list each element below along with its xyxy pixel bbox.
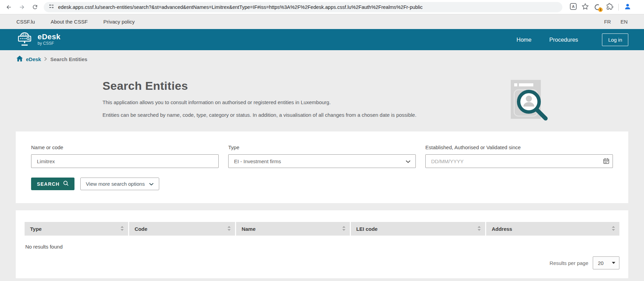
utility-link-privacy[interactable]: Privacy policy <box>104 19 135 25</box>
reload-icon[interactable] <box>31 3 39 11</box>
chevron-down-icon <box>149 181 154 187</box>
search-button[interactable]: SEARCH <box>31 178 74 190</box>
search-button-label: SEARCH <box>37 181 59 187</box>
breadcrumb-edesk-link[interactable]: eDesk <box>26 56 41 62</box>
svg-text:A: A <box>572 4 575 9</box>
login-button[interactable]: Log in <box>602 33 628 46</box>
back-icon[interactable] <box>5 3 13 11</box>
search-form-card: Name or code Type EI - Investment firms … <box>16 131 628 203</box>
logo-subtitle: by CSSF <box>38 41 60 46</box>
app-header: eDesk by CSSF Home Procedures Log in <box>0 29 644 50</box>
site-info-icon[interactable] <box>49 3 54 11</box>
type-select-value: EI - Investment firms <box>234 158 281 164</box>
sort-icon <box>612 226 615 232</box>
sort-icon <box>121 226 124 232</box>
results-per-page-select[interactable]: 20 <box>593 256 619 269</box>
url-text: edesk.apps.cssf.lu/search-entities/searc… <box>58 4 423 10</box>
type-select[interactable]: EI - Investment firms <box>228 154 416 168</box>
nav-procedures[interactable]: Procedures <box>549 37 578 43</box>
search-icon <box>63 181 69 187</box>
results-table-header: Type Code Name LEI code Address <box>25 222 619 236</box>
date-since-label: Established, Authorised or Validated sin… <box>425 144 613 150</box>
home-icon[interactable] <box>16 56 23 63</box>
toolbar-separator <box>618 4 619 11</box>
results-card: Type Code Name LEI code Address No resul… <box>16 210 628 278</box>
utility-nav: CSSF.lu About the CSSF Privacy policy FR… <box>0 14 644 29</box>
chevron-down-icon <box>406 158 411 164</box>
browser-avatar-icon[interactable] <box>624 3 631 12</box>
column-header-address[interactable]: Address <box>486 222 619 236</box>
page-title: Search Entities <box>102 79 644 93</box>
more-search-options-button[interactable]: View more search options <box>80 178 159 190</box>
more-search-options-label: View more search options <box>86 181 145 187</box>
intro-section: Search Entities This application allows … <box>0 65 644 118</box>
url-bar[interactable]: edesk.apps.cssf.lu/search-entities/searc… <box>44 2 562 12</box>
utility-link-cssf[interactable]: CSSF.lu <box>16 19 35 25</box>
column-header-type[interactable]: Type <box>25 222 128 236</box>
edesk-logo-icon <box>16 31 33 48</box>
intro-paragraph-2: Entities can be searched by name, code, … <box>102 112 478 118</box>
date-since-input[interactable] <box>425 154 613 168</box>
column-header-code[interactable]: Code <box>129 222 235 236</box>
breadcrumb: eDesk Search Entities <box>0 50 644 65</box>
name-or-code-input[interactable] <box>31 154 219 168</box>
calendar-icon[interactable] <box>603 158 609 165</box>
breadcrumb-current: Search Entities <box>50 56 87 62</box>
browser-toolbar: edesk.apps.cssf.lu/search-entities/searc… <box>0 0 644 14</box>
extensions-icon[interactable] <box>606 3 613 11</box>
results-per-page-label: Results per page <box>550 260 588 266</box>
logo-title: eDesk <box>38 33 60 40</box>
search-document-illustration-icon <box>508 77 548 124</box>
results-per-page-value: 20 <box>598 260 604 266</box>
sort-icon <box>478 226 481 232</box>
lang-en[interactable]: EN <box>620 19 628 25</box>
forward-icon[interactable] <box>18 3 26 11</box>
column-header-lei-code[interactable]: LEI code <box>351 222 485 236</box>
column-header-name[interactable]: Name <box>236 222 350 236</box>
chevron-right-icon <box>44 56 47 62</box>
no-results-message: No results found <box>25 244 619 250</box>
profile-notification-icon[interactable]: 1 <box>594 3 601 11</box>
nav-home[interactable]: Home <box>517 37 532 43</box>
sort-icon <box>228 226 231 232</box>
bookmark-star-icon[interactable] <box>582 3 589 11</box>
caret-down-icon <box>612 262 615 264</box>
name-or-code-label: Name or code <box>31 144 219 150</box>
utility-link-about[interactable]: About the CSSF <box>51 19 87 25</box>
intro-paragraph-1: This application allows you to consult i… <box>102 99 478 105</box>
edesk-logo[interactable]: eDesk by CSSF <box>16 31 60 48</box>
sort-icon <box>342 226 345 232</box>
type-label: Type <box>228 144 416 150</box>
lang-fr[interactable]: FR <box>604 19 611 25</box>
translate-icon[interactable]: A <box>570 3 577 11</box>
profile-badge: 1 <box>598 8 603 12</box>
